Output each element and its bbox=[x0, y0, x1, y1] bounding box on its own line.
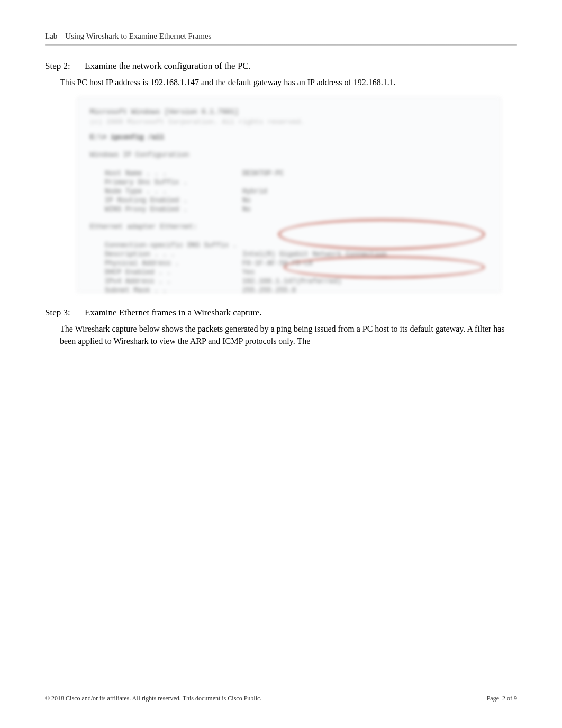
step-2-body: This PC host IP address is 192.168.1.147… bbox=[60, 77, 517, 88]
ss-r: Subnet Mask . . bbox=[105, 286, 242, 293]
ss-r: IPv4 Address . . bbox=[105, 277, 242, 285]
ss-v: Intel(R) Gigabit Network Connection bbox=[242, 250, 387, 258]
ss-v: F0-1F-AF-50-FD-C8 bbox=[242, 259, 313, 267]
ss-r: DHCP Enabled . . bbox=[105, 268, 242, 276]
footer-page-total: 9 bbox=[514, 695, 517, 702]
page-footer: © 2018 Cisco and/or its affiliates. All … bbox=[45, 695, 517, 703]
ss-prompt: C:\> ipconfig /all bbox=[90, 133, 488, 141]
page-header: Lab – Using Wireshark to Examine Etherne… bbox=[45, 32, 517, 41]
ss-v: No bbox=[242, 196, 251, 204]
step-3-body: The Wireshark capture below shows the pa… bbox=[60, 323, 517, 347]
ss-r: Description . . . bbox=[105, 250, 242, 258]
ss-v: DESKTOP-PC bbox=[242, 169, 284, 177]
ss-v: Hybrid bbox=[242, 187, 267, 195]
ss-r: Node Type . . . bbox=[105, 187, 242, 195]
footer-pagination: Page 2 of 9 bbox=[487, 695, 517, 703]
step-3-label: Step 3: bbox=[45, 307, 85, 318]
ss-v: 255.255.255.0 bbox=[242, 286, 296, 293]
footer-page-num: 2 bbox=[502, 695, 505, 702]
ss-line1: Microsoft Windows [Version 6.1.7601] bbox=[90, 108, 488, 116]
ss-r: IP Routing Enabled . bbox=[105, 196, 242, 204]
ss-r: Connection-specific DNS Suffix . bbox=[105, 241, 242, 249]
step-2-label: Step 2: bbox=[45, 61, 85, 71]
ss-heading2: Ethernet adapter Ethernet: bbox=[90, 223, 488, 231]
ss-v: No bbox=[242, 205, 251, 213]
ipconfig-screenshot: Microsoft Windows [Version 6.1.7601] (c)… bbox=[77, 97, 501, 293]
step-2-heading: Step 2: Examine the network configuratio… bbox=[45, 61, 517, 71]
ss-r: Primary Dns Suffix . bbox=[105, 178, 242, 186]
ss-block1: Host Name . . .DESKTOP-PC Primary Dns Su… bbox=[90, 169, 488, 213]
ss-v: Yes bbox=[242, 268, 255, 276]
header-divider bbox=[45, 44, 517, 46]
ss-block2: Connection-specific DNS Suffix . Descrip… bbox=[90, 241, 488, 293]
footer-page-label: Page bbox=[487, 695, 499, 702]
footer-page-of: of bbox=[507, 695, 512, 702]
ss-r: Physical Address . bbox=[105, 259, 242, 267]
ss-r: Host Name . . . bbox=[105, 169, 242, 177]
ss-v: 192.168.1.147(Preferred) bbox=[242, 277, 341, 285]
step-3-title: Examine Ethernet frames in a Wireshark c… bbox=[85, 307, 262, 318]
footer-copyright: © 2018 Cisco and/or its affiliates. All … bbox=[45, 695, 261, 703]
step-2-title: Examine the network configuration of the… bbox=[85, 61, 251, 71]
ss-r: WINS Proxy Enabled . bbox=[105, 205, 242, 213]
ss-line2: (c) 2009 Microsoft Corporation. All righ… bbox=[90, 118, 488, 126]
ss-heading1: Windows IP Configuration bbox=[90, 151, 488, 159]
step-3-heading: Step 3: Examine Ethernet frames in a Wir… bbox=[45, 307, 517, 318]
